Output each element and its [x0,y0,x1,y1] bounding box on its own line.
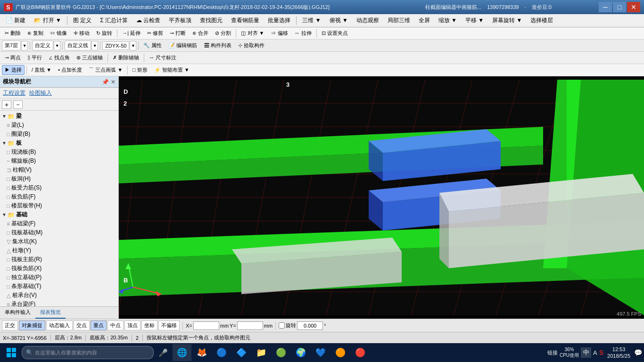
y-input[interactable] [237,321,263,330]
def-label[interactable]: 自定义 [32,41,53,50]
tool-parallel[interactable]: ∥ 平行 [25,53,45,63]
snap-ortho[interactable]: 正交 [2,321,18,330]
tray-lang[interactable]: 中 [581,347,591,358]
tool-dimension[interactable]: ↔ 尺寸标注 [146,53,179,63]
x-input[interactable] [193,321,219,330]
tree-leaf-found-beam[interactable]: ≡ 基础梁(F) [1,219,117,228]
tree-leaf-floor-band[interactable]: □ 楼层板带(H) [1,201,117,210]
notification-btn[interactable]: 💬 [634,349,642,356]
rotate-input[interactable] [297,321,323,330]
panel-close[interactable]: ✕ [111,79,116,85]
tree-leaf-sump[interactable]: ▽ 集水坑(K) [1,237,117,246]
menu-pan[interactable]: 平移 ▼ [462,15,487,26]
tree-leaf-raft[interactable]: □ 筏板基础(M) [1,228,117,237]
tool-select[interactable]: ▶ 选择 [2,65,25,75]
taskbar-app-orange[interactable]: 🟠 [331,344,350,361]
snap-no-offset[interactable]: 不偏移 [158,321,180,330]
link-drawing-input[interactable]: 绘图输入 [29,89,52,97]
tool-stretch[interactable]: ↔ 拉伸 [292,28,314,38]
floor-arrow[interactable]: ▼ [21,41,28,50]
menu-batch[interactable]: 批量选择 [264,15,294,26]
tool-two-point[interactable]: ⊸ 两点 [2,53,24,63]
floor-label[interactable]: 第7层 [2,41,21,50]
tray-network[interactable]: 链接 [547,349,558,356]
close-button[interactable]: ✕ [627,2,640,12]
taskbar-app-folder[interactable]: 📁 [252,344,271,361]
tool-break[interactable]: ⊸ 打断 [167,28,189,38]
line-arrow[interactable]: ▼ [91,41,98,50]
tree-cat-beam[interactable]: ▼ 📁 梁 [1,112,117,121]
tool-three-axis[interactable]: ⊛ 三点辅轴 [74,53,106,63]
tool-comp-list[interactable]: ☰ 构件列表 [201,41,234,50]
tool-rotate[interactable]: ↻ 旋转 [93,28,115,38]
tool-rect[interactable]: □ 矩形 [130,65,150,75]
viewport[interactable]: D 2 3 B 497.5 FPS [119,76,644,319]
tool-merge[interactable]: ⊕ 合并 [190,28,211,38]
tree-leaf-col-cap[interactable]: ⊐ 柱帽(V) [1,165,117,174]
menu-topview[interactable]: 俯视 ▼ [326,15,352,26]
menu-3d[interactable]: 三维 ▼ [298,15,324,26]
taskbar-app-browser[interactable]: 🌍 [291,344,310,361]
panel-add-btn[interactable]: + [2,100,11,109]
menu-new[interactable]: 📄 新建 [2,15,29,26]
tree-cat-slab[interactable]: ▼ 📁 板 [1,139,117,148]
menu-floor[interactable]: 选择楼层 [527,15,557,26]
tree-leaf-slab-hole[interactable]: □ 板洞(H) [1,174,117,183]
snap-object[interactable]: 对象捕捉 [19,321,45,330]
tool-extend[interactable]: →| 延伸 [119,28,143,38]
snap-mid-point[interactable]: 重点 [91,321,107,330]
tool-del-axis[interactable]: ✗ 删除辅轴 [110,53,142,63]
snap-cross[interactable]: 交点 [74,321,90,330]
tree-leaf-raft-main[interactable]: □ 筏板主筋(R) [1,255,117,264]
rotate-checkbox[interactable] [279,322,285,329]
snap-dynamic[interactable]: 动态输入 [46,321,73,330]
tree-leaf-cap-beam[interactable]: ≡ 承台梁(F) [1,300,117,306]
taskbar-app-chrome[interactable]: 🔵 [212,344,231,361]
link-project-settings[interactable]: 工程设置 [3,89,25,97]
tree-leaf-raft-neg[interactable]: □ 筏板负筋(X) [1,264,117,273]
menu-calc[interactable]: Σ 汇总计算 [96,15,132,26]
taskbar-app-blue[interactable]: 💙 [311,344,330,361]
tool-smart[interactable]: ⚡ 智能布置 ▼ [151,65,192,75]
menu-find[interactable]: 查找图元 [196,15,226,26]
tree-leaf-beam-b[interactable]: □ 圈梁(B) [1,130,117,139]
tree-leaf-slab-neg[interactable]: □ 板负筋(F) [1,192,117,201]
tool-split[interactable]: ⊘ 分割 [212,28,234,38]
tree-leaf-col-pier[interactable]: △ 柱墩(Y) [1,246,117,255]
code-label[interactable]: ZDYX-50 [102,41,129,50]
tool-point-length[interactable]: • 点加长度 [55,65,85,75]
tool-edit-rebar[interactable]: 📝 编辑钢筋 [165,41,200,50]
tray-ime[interactable]: A [593,349,597,356]
tool-properties[interactable]: 🔧 属性 [140,41,165,50]
tool-delete[interactable]: ✂ 删除 [2,28,24,38]
tool-offset[interactable]: ⇒ 偏移 [268,28,290,38]
maximize-button[interactable]: □ [613,2,626,12]
taskbar-app-g[interactable]: 🟢 [272,344,290,361]
taskbar-search[interactable]: 🔍 在这里输入你要搜索的内容 [22,346,154,359]
tray-antivirus[interactable]: S [599,349,603,356]
taskbar-app-ie2[interactable]: 🔷 [232,344,251,361]
snap-coord[interactable]: 坐标 [141,321,157,330]
tab-report[interactable]: 报表预览 [35,307,66,319]
tree-leaf-strip-found[interactable]: □ 条形基础(T) [1,282,117,291]
snap-mid[interactable]: 中点 [107,321,124,330]
tool-copy[interactable]: ⊕ 复制 [25,28,46,38]
menu-cloud[interactable]: ☁ 云检查 [132,15,164,26]
tree-leaf-spiral-slab[interactable]: ~ 螺旋板(B) [1,156,117,165]
start-button[interactable] [2,344,21,361]
minimize-button[interactable]: ─ [599,2,612,12]
panel-pin[interactable]: 📌 [102,79,109,85]
tree-leaf-slab-rebar[interactable]: □ 板受力筋(S) [1,183,117,192]
tool-move[interactable]: ✛ 移动 [71,28,92,38]
mic-button[interactable]: 🎤 [155,344,172,361]
tree-leaf-cast-slab[interactable]: □ 现浇板(B) [1,148,117,156]
tree-leaf-pile-cap[interactable]: △ 桩承台(V) [1,291,117,300]
menu-open[interactable]: 📂 打开 ▼ [30,15,65,26]
def-arrow[interactable]: ▼ [54,41,60,50]
tool-arc[interactable]: ⌒ 三点画弧 ▼ [86,65,125,75]
panel-minus-btn[interactable]: − [13,100,23,109]
snap-vertex[interactable]: 顶点 [124,321,140,330]
menu-dynamic[interactable]: 动态观察 [353,15,383,26]
tool-pick-comp[interactable]: ⊹ 拾取构件 [235,41,267,50]
tree-leaf-iso-found[interactable]: □ 独立基础(P) [1,273,117,282]
